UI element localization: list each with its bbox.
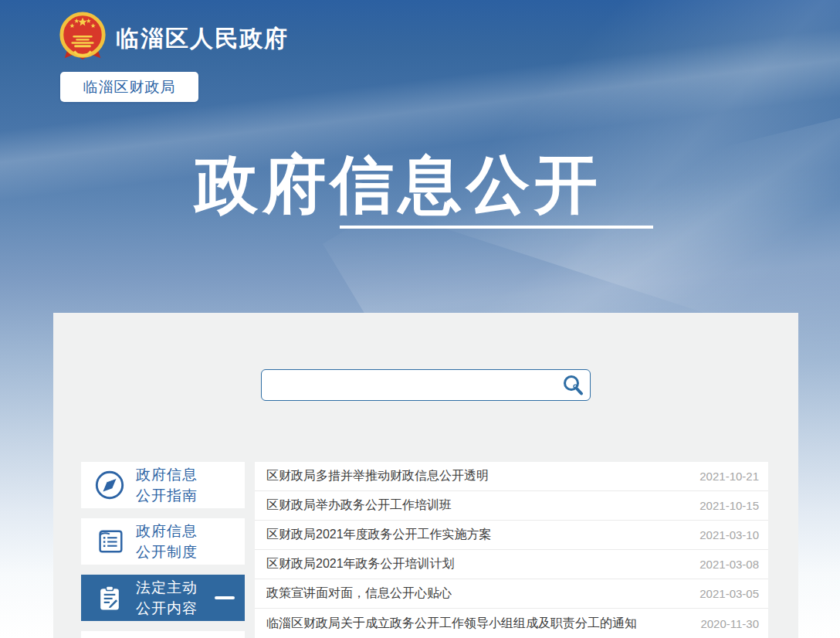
- search-input[interactable]: [262, 370, 556, 400]
- article-link[interactable]: 区财政局2021年政务公开培训计划: [266, 556, 455, 572]
- page: 临淄区人民政府 临淄区财政局 政府信息公开: [0, 0, 840, 638]
- sidebar-item-disclosure-guide[interactable]: 政府信息 公开指南: [81, 462, 245, 508]
- page-title: 政府信息公开: [0, 143, 818, 228]
- article-list: 区财政局多措并举推动财政信息公开透明 2021-10-21 区财政局举办政务公开…: [255, 462, 768, 638]
- clipboard-pen-icon: [93, 582, 126, 614]
- article-link[interactable]: 临淄区财政局关于成立政务公开工作领导小组组成及职责分工的通知: [266, 616, 637, 632]
- list-item: 区财政局举办政务公开工作培训班 2021-10-15: [255, 491, 768, 521]
- sidebar-item-label: 政府信息 公开指南: [136, 464, 198, 506]
- article-date: 2021-10-15: [699, 499, 759, 512]
- book-icon: [93, 525, 126, 558]
- list-item: 区财政局2021年度政务公开工作实施方案 2021-03-10: [255, 521, 768, 550]
- department-badge-button[interactable]: 临淄区财政局: [60, 72, 198, 102]
- site-title: 临淄区人民政府: [116, 23, 289, 55]
- sidebar-item-label: 法定主动 公开内容: [136, 577, 198, 619]
- sidebar: 政府信息 公开指南: [81, 462, 245, 638]
- article-date: 2021-03-10: [699, 528, 759, 541]
- article-date: 2020-11-30: [700, 617, 759, 630]
- article-date: 2021-10-21: [699, 470, 759, 483]
- search-button[interactable]: [556, 370, 590, 400]
- article-link[interactable]: 区财政局多措并举推动财政信息公开透明: [266, 468, 489, 484]
- sidebar-item-disclosure-system[interactable]: 政府信息 公开制度: [81, 518, 245, 565]
- china-national-emblem-icon: [57, 11, 108, 62]
- sidebar-item-statutory-disclosure[interactable]: 法定主动 公开内容: [81, 575, 245, 621]
- sidebar-item-label: 政府信息 公开制度: [136, 521, 198, 562]
- article-date: 2021-03-05: [699, 587, 759, 600]
- site-logo[interactable]: [57, 11, 108, 62]
- article-date: 2021-03-08: [699, 558, 759, 571]
- list-item: 区财政局多措并举推动财政信息公开透明 2021-10-21: [255, 462, 768, 491]
- article-link[interactable]: 区财政局2021年度政务公开工作实施方案: [266, 527, 492, 543]
- sidebar-subitem-agency-functions[interactable]: 机构职能: [81, 631, 245, 638]
- list-item: 临淄区财政局关于成立政务公开工作领导小组组成及职责分工的通知 2020-11-3…: [255, 609, 768, 638]
- content-panel: 政府信息 公开指南: [53, 313, 798, 638]
- search-box: [261, 369, 591, 401]
- search-icon: [561, 374, 584, 397]
- title-underline: [340, 226, 653, 229]
- minus-icon[interactable]: [215, 596, 235, 599]
- compass-icon: [93, 469, 126, 501]
- list-item: 区财政局2021年政务公开培训计划 2021-03-08: [255, 550, 768, 579]
- list-item: 政策宣讲面对面，信息公开心贴心 2021-03-05: [255, 579, 768, 609]
- article-link[interactable]: 区财政局举办政务公开工作培训班: [266, 497, 452, 514]
- article-link[interactable]: 政策宣讲面对面，信息公开心贴心: [266, 585, 452, 602]
